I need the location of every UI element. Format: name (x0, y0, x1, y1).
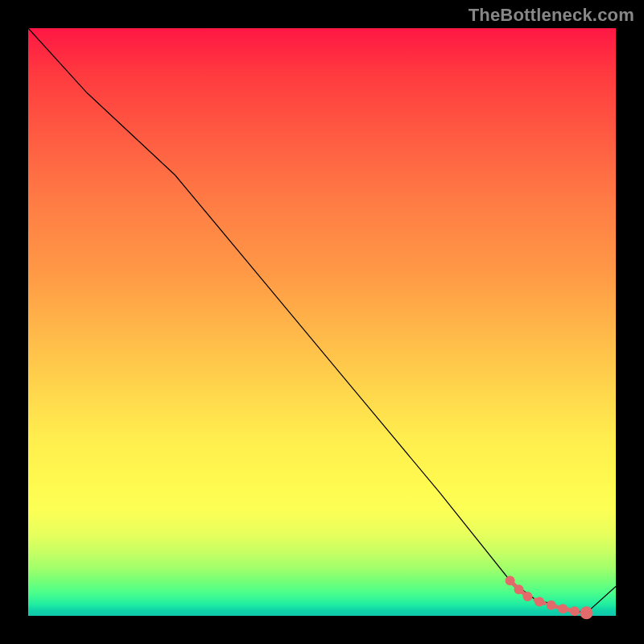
chart-stage: TheBottleneck.com (0, 0, 644, 644)
highlight-dot (523, 592, 533, 601)
highlight-dots-group (506, 576, 592, 617)
highlight-dot (570, 606, 580, 616)
primary-curve (28, 28, 616, 613)
highlight-dot (514, 584, 524, 594)
highlight-dot (547, 601, 556, 610)
highlight-end-dot (580, 606, 593, 619)
chart-overlay-svg (28, 28, 616, 616)
highlight-dot (558, 604, 568, 613)
highlight-dot (535, 597, 544, 606)
watermark-text: TheBottleneck.com (469, 5, 634, 26)
highlight-dot (506, 576, 515, 585)
